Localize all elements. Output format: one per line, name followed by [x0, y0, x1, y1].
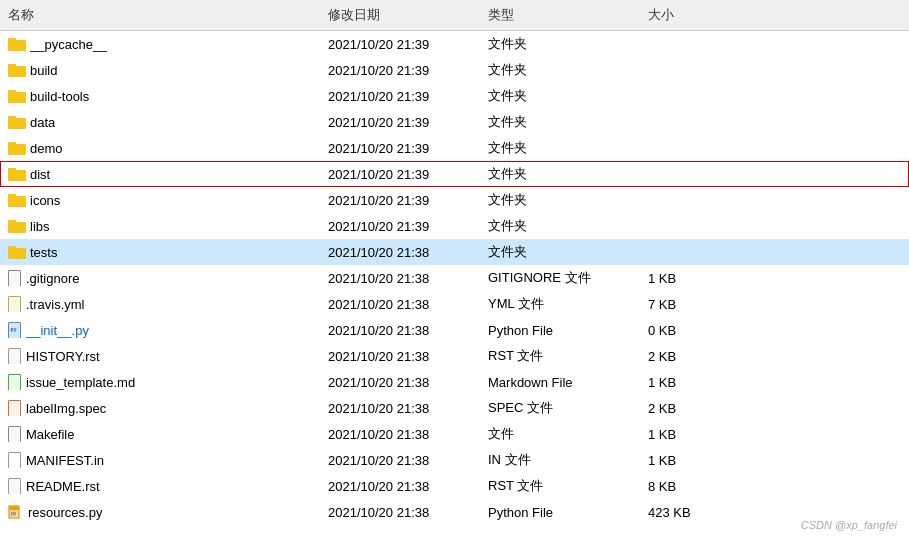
- table-row[interactable]: build-tools2021/10/20 21:39文件夹: [0, 83, 909, 109]
- table-row[interactable]: MANIFEST.in2021/10/20 21:38IN 文件1 KB: [0, 447, 909, 473]
- name-cell: __init__.py: [0, 322, 320, 338]
- file-name: dist: [30, 167, 50, 182]
- file-name: Makefile: [26, 427, 74, 442]
- type-cell: Markdown File: [480, 375, 640, 390]
- date-cell: 2021/10/20 21:39: [320, 63, 480, 78]
- type-cell: 文件夹: [480, 165, 640, 183]
- size-cell: 8 KB: [640, 479, 740, 494]
- col-type[interactable]: 类型: [480, 4, 640, 26]
- table-row[interactable]: build2021/10/20 21:39文件夹: [0, 57, 909, 83]
- size-cell: 0 KB: [640, 323, 740, 338]
- file-name: issue_template.md: [26, 375, 135, 390]
- spec-icon: [8, 400, 22, 416]
- type-cell: 文件夹: [480, 87, 640, 105]
- type-cell: YML 文件: [480, 295, 640, 313]
- type-cell: 文件夹: [480, 61, 640, 79]
- name-cell: .gitignore: [0, 270, 320, 286]
- file-name: libs: [30, 219, 50, 234]
- folder-icon: [8, 115, 26, 129]
- res-icon: py: [8, 504, 24, 520]
- date-cell: 2021/10/20 21:39: [320, 167, 480, 182]
- name-cell: HISTORY.rst: [0, 348, 320, 364]
- date-cell: 2021/10/20 21:38: [320, 479, 480, 494]
- col-date[interactable]: 修改日期: [320, 4, 480, 26]
- folder-icon: [8, 193, 26, 207]
- type-cell: 文件夹: [480, 35, 640, 53]
- table-row[interactable]: data2021/10/20 21:39文件夹: [0, 109, 909, 135]
- name-cell: __pycache__: [0, 37, 320, 52]
- table-row[interactable]: labelImg.spec2021/10/20 21:38SPEC 文件2 KB: [0, 395, 909, 421]
- file-name: build: [30, 63, 57, 78]
- name-cell: data: [0, 115, 320, 130]
- date-cell: 2021/10/20 21:38: [320, 271, 480, 286]
- table-row[interactable]: demo2021/10/20 21:39文件夹: [0, 135, 909, 161]
- name-cell: labelImg.spec: [0, 400, 320, 416]
- file-name: .gitignore: [26, 271, 79, 286]
- table-row[interactable]: Makefile2021/10/20 21:38文件1 KB: [0, 421, 909, 447]
- table-row[interactable]: __init__.py2021/10/20 21:38Python File0 …: [0, 317, 909, 343]
- type-cell: RST 文件: [480, 477, 640, 495]
- md-icon: [8, 374, 22, 390]
- date-cell: 2021/10/20 21:39: [320, 193, 480, 208]
- table-row[interactable]: issue_template.md2021/10/20 21:38Markdow…: [0, 369, 909, 395]
- folder-icon: [8, 167, 26, 181]
- date-cell: 2021/10/20 21:38: [320, 453, 480, 468]
- type-cell: GITIGNORE 文件: [480, 269, 640, 287]
- type-cell: RST 文件: [480, 347, 640, 365]
- file-name: resources.py: [28, 505, 102, 520]
- table-row[interactable]: tests2021/10/20 21:38文件夹: [0, 239, 909, 265]
- name-cell: build: [0, 63, 320, 78]
- size-cell: 2 KB: [640, 401, 740, 416]
- table-row[interactable]: HISTORY.rst2021/10/20 21:38RST 文件2 KB: [0, 343, 909, 369]
- file-name: HISTORY.rst: [26, 349, 100, 364]
- table-row[interactable]: py resources.py2021/10/20 21:38Python Fi…: [0, 499, 909, 525]
- file-name: README.rst: [26, 479, 100, 494]
- name-cell: demo: [0, 141, 320, 156]
- type-cell: 文件夹: [480, 139, 640, 157]
- type-cell: SPEC 文件: [480, 399, 640, 417]
- col-name[interactable]: 名称: [0, 4, 320, 26]
- folder-icon: [8, 63, 26, 77]
- size-cell: 2 KB: [640, 349, 740, 364]
- file-list: __pycache__2021/10/20 21:39文件夹build2021/…: [0, 31, 909, 539]
- table-row[interactable]: dist2021/10/20 21:39文件夹: [0, 161, 909, 187]
- date-cell: 2021/10/20 21:38: [320, 349, 480, 364]
- date-cell: 2021/10/20 21:39: [320, 37, 480, 52]
- table-row[interactable]: libs2021/10/20 21:39文件夹: [0, 213, 909, 239]
- name-cell: dist: [0, 167, 320, 182]
- size-cell: 1 KB: [640, 427, 740, 442]
- col-size[interactable]: 大小: [640, 4, 740, 26]
- size-cell: 1 KB: [640, 453, 740, 468]
- table-row[interactable]: icons2021/10/20 21:39文件夹: [0, 187, 909, 213]
- file-name: tests: [30, 245, 57, 260]
- date-cell: 2021/10/20 21:38: [320, 297, 480, 312]
- folder-icon: [8, 219, 26, 233]
- name-cell: Makefile: [0, 426, 320, 442]
- table-row[interactable]: __pycache__2021/10/20 21:39文件夹: [0, 31, 909, 57]
- type-cell: 文件夹: [480, 243, 640, 261]
- file-name: __pycache__: [30, 37, 107, 52]
- table-header: 名称 修改日期 类型 大小: [0, 0, 909, 31]
- file-name: data: [30, 115, 55, 130]
- date-cell: 2021/10/20 21:39: [320, 115, 480, 130]
- name-cell: icons: [0, 193, 320, 208]
- name-cell: tests: [0, 245, 320, 260]
- name-cell: libs: [0, 219, 320, 234]
- file-link[interactable]: __init__.py: [26, 323, 89, 338]
- make-icon: [8, 426, 22, 442]
- type-cell: IN 文件: [480, 451, 640, 469]
- yml-icon: [8, 296, 22, 312]
- folder-icon: [8, 37, 26, 51]
- file-name: icons: [30, 193, 60, 208]
- type-cell: Python File: [480, 323, 640, 338]
- file-name: build-tools: [30, 89, 89, 104]
- file-explorer: 名称 修改日期 类型 大小 __pycache__2021/10/20 21:3…: [0, 0, 909, 539]
- table-row[interactable]: .travis.yml2021/10/20 21:38YML 文件7 KB: [0, 291, 909, 317]
- table-row[interactable]: .gitignore2021/10/20 21:38GITIGNORE 文件1 …: [0, 265, 909, 291]
- size-cell: 1 KB: [640, 271, 740, 286]
- file-name: MANIFEST.in: [26, 453, 104, 468]
- file-name: __init__.py: [26, 323, 89, 338]
- table-row[interactable]: README.rst2021/10/20 21:38RST 文件8 KB: [0, 473, 909, 499]
- rst-icon: [8, 348, 22, 364]
- in-icon: [8, 452, 22, 468]
